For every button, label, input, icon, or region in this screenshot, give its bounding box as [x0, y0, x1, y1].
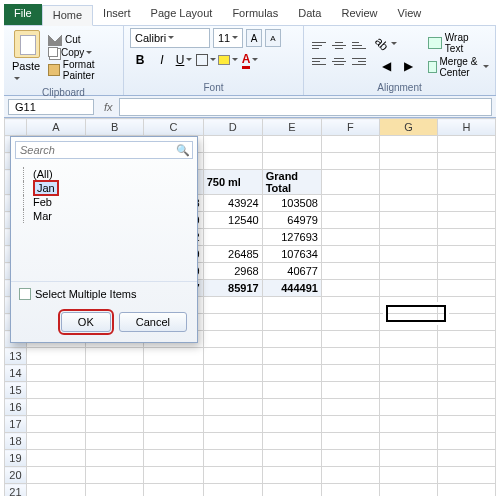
- filter-item-jan[interactable]: Jan: [19, 181, 189, 195]
- row-header-19[interactable]: 19: [5, 450, 27, 467]
- cell-G2[interactable]: [379, 153, 437, 170]
- cell-E4[interactable]: 103508: [262, 195, 321, 212]
- cell-E1[interactable]: [262, 136, 321, 153]
- cell-E21[interactable]: [262, 484, 321, 501]
- cell-E10[interactable]: [262, 297, 321, 314]
- cell-D16[interactable]: [203, 399, 262, 416]
- cell-G11[interactable]: [379, 314, 437, 331]
- filter-item-all[interactable]: (All): [19, 167, 189, 181]
- cell-F18[interactable]: [321, 433, 379, 450]
- cell-D18[interactable]: [203, 433, 262, 450]
- select-all-cell[interactable]: [5, 119, 27, 136]
- cell-E2[interactable]: [262, 153, 321, 170]
- cell-F16[interactable]: [321, 399, 379, 416]
- cell-A19[interactable]: [26, 450, 85, 467]
- cell-D11[interactable]: [203, 314, 262, 331]
- cell-B18[interactable]: [85, 433, 144, 450]
- cell-F2[interactable]: [321, 153, 379, 170]
- tab-formulas[interactable]: Formulas: [222, 4, 288, 25]
- cell-C15[interactable]: [144, 382, 203, 399]
- wrap-text-button[interactable]: Wrap Text: [428, 32, 489, 54]
- cell-F19[interactable]: [321, 450, 379, 467]
- row-header-20[interactable]: 20: [5, 467, 27, 484]
- tab-file[interactable]: File: [4, 4, 42, 25]
- cell-E6[interactable]: 127693: [262, 229, 321, 246]
- cell-E16[interactable]: [262, 399, 321, 416]
- cell-A17[interactable]: [26, 416, 85, 433]
- tab-page-layout[interactable]: Page Layout: [141, 4, 223, 25]
- font-name-select[interactable]: Calibri: [130, 28, 210, 48]
- cell-D19[interactable]: [203, 450, 262, 467]
- row-header-21[interactable]: 21: [5, 484, 27, 501]
- cell-G3[interactable]: [379, 170, 437, 195]
- cell-H16[interactable]: [437, 399, 495, 416]
- align-middle-button[interactable]: [330, 40, 348, 54]
- merge-center-button[interactable]: Merge & Center: [428, 56, 489, 78]
- name-box[interactable]: G11: [8, 99, 94, 115]
- cell-E3[interactable]: Grand Total: [262, 170, 321, 195]
- underline-button[interactable]: U: [174, 50, 194, 70]
- cell-F5[interactable]: [321, 212, 379, 229]
- decrease-indent-button[interactable]: ◀: [376, 56, 396, 76]
- filter-item-feb[interactable]: Feb: [19, 195, 189, 209]
- increase-indent-button[interactable]: ▶: [398, 56, 418, 76]
- cell-G15[interactable]: [379, 382, 437, 399]
- cell-E8[interactable]: 40677: [262, 263, 321, 280]
- tab-home[interactable]: Home: [42, 5, 93, 26]
- cell-D9[interactable]: 85917: [203, 280, 262, 297]
- cell-D7[interactable]: 26485: [203, 246, 262, 263]
- cell-F13[interactable]: [321, 348, 379, 365]
- cell-H21[interactable]: [437, 484, 495, 501]
- orientation-button[interactable]: ab: [376, 34, 396, 54]
- fill-color-button[interactable]: [218, 50, 238, 70]
- cancel-button[interactable]: Cancel: [119, 312, 187, 332]
- cell-C20[interactable]: [144, 467, 203, 484]
- col-header-D[interactable]: D: [203, 119, 262, 136]
- col-header-H[interactable]: H: [437, 119, 495, 136]
- tab-insert[interactable]: Insert: [93, 4, 141, 25]
- col-header-E[interactable]: E: [262, 119, 321, 136]
- cell-D4[interactable]: 43924: [203, 195, 262, 212]
- cell-G12[interactable]: [379, 331, 437, 348]
- align-bottom-button[interactable]: [350, 40, 368, 54]
- cell-G4[interactable]: [379, 195, 437, 212]
- search-icon[interactable]: 🔍: [174, 142, 192, 158]
- cell-D6[interactable]: [203, 229, 262, 246]
- cell-E5[interactable]: 64979: [262, 212, 321, 229]
- cell-D17[interactable]: [203, 416, 262, 433]
- cell-F20[interactable]: [321, 467, 379, 484]
- cell-F15[interactable]: [321, 382, 379, 399]
- cell-A13[interactable]: [26, 348, 85, 365]
- cell-E18[interactable]: [262, 433, 321, 450]
- cell-D15[interactable]: [203, 382, 262, 399]
- cell-G6[interactable]: [379, 229, 437, 246]
- cell-B15[interactable]: [85, 382, 144, 399]
- cell-H11[interactable]: [437, 314, 495, 331]
- cell-H15[interactable]: [437, 382, 495, 399]
- col-header-C[interactable]: C: [144, 119, 203, 136]
- cell-G5[interactable]: [379, 212, 437, 229]
- cell-F9[interactable]: [321, 280, 379, 297]
- cell-G17[interactable]: [379, 416, 437, 433]
- cell-E9[interactable]: 444491: [262, 280, 321, 297]
- filter-search-input[interactable]: [16, 142, 174, 158]
- cell-D3[interactable]: 750 ml: [203, 170, 262, 195]
- cell-H3[interactable]: [437, 170, 495, 195]
- borders-button[interactable]: [196, 50, 216, 70]
- cell-F14[interactable]: [321, 365, 379, 382]
- cell-G7[interactable]: [379, 246, 437, 263]
- font-color-button[interactable]: A: [240, 50, 260, 70]
- cell-H8[interactable]: [437, 263, 495, 280]
- cut-button[interactable]: Cut: [48, 34, 117, 46]
- cell-G1[interactable]: [379, 136, 437, 153]
- cell-C14[interactable]: [144, 365, 203, 382]
- row-header-16[interactable]: 16: [5, 399, 27, 416]
- row-header-13[interactable]: 13: [5, 348, 27, 365]
- row-header-15[interactable]: 15: [5, 382, 27, 399]
- cell-A20[interactable]: [26, 467, 85, 484]
- cell-F21[interactable]: [321, 484, 379, 501]
- cell-B17[interactable]: [85, 416, 144, 433]
- bold-button[interactable]: B: [130, 50, 150, 70]
- col-header-G[interactable]: G: [379, 119, 437, 136]
- cell-H7[interactable]: [437, 246, 495, 263]
